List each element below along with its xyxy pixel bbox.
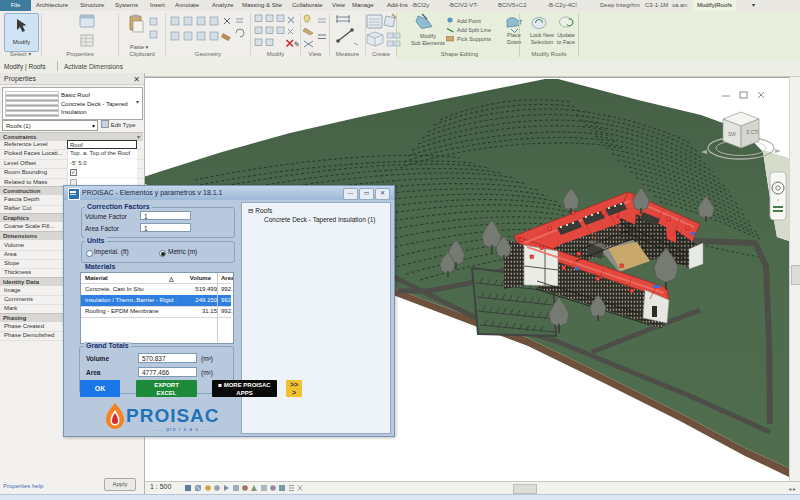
svg-text:S СТІ: S СТІ	[746, 129, 759, 135]
svg-text:SW: SW	[728, 131, 736, 137]
